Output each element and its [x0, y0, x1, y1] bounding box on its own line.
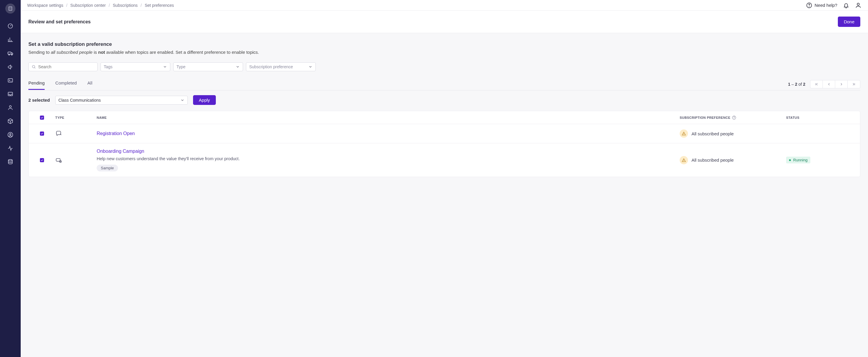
sidebar-item-content[interactable] [5, 118, 16, 125]
page-start: 1 [788, 82, 790, 87]
page-prev-button[interactable] [823, 80, 835, 88]
chevron-right-icon [839, 82, 843, 86]
row-type-icon-cell [55, 157, 97, 163]
sidebar-item-data[interactable] [5, 158, 16, 165]
search-icon [32, 64, 36, 69]
apply-button[interactable]: Apply [193, 95, 216, 105]
banner-text: Sending to all subscribed people is not … [28, 50, 860, 55]
row-checkbox[interactable] [40, 131, 44, 136]
table-header: TYPE NAME SUBSCRIPTION PREFERENCE STATUS [29, 111, 860, 124]
svg-point-19 [684, 161, 684, 161]
database-icon [7, 159, 13, 165]
banner-text-strong: not [98, 50, 105, 55]
svg-point-9 [8, 160, 12, 161]
tags-filter[interactable]: Tags [100, 62, 170, 71]
row-checkbox[interactable] [40, 158, 44, 162]
subscription-preference-filter-label: Subscription preference [249, 64, 293, 69]
need-help-link[interactable]: Need help? [806, 2, 837, 8]
sidebar-item-people[interactable] [5, 104, 16, 111]
org-avatar[interactable] [5, 4, 16, 13]
svg-point-6 [9, 105, 11, 107]
row-type-icon-cell [55, 130, 97, 137]
sidebar-item-transactional[interactable] [5, 77, 16, 84]
svg-point-13 [32, 65, 35, 68]
svg-point-11 [809, 6, 809, 6]
tab-completed[interactable]: Completed [55, 80, 77, 90]
breadcrumb-link[interactable]: Subscriptions [113, 3, 138, 8]
warning-badge [680, 156, 688, 164]
row-preference-text: All subscribed people [691, 131, 734, 136]
select-all-header [29, 116, 55, 120]
type-header: TYPE [55, 116, 97, 120]
truck-icon [7, 50, 13, 56]
help-circle-icon[interactable] [732, 116, 736, 120]
sidebar-item-deliveries[interactable] [5, 91, 16, 98]
svg-point-4 [11, 54, 12, 55]
search-input-wrapper[interactable] [28, 62, 98, 71]
warning-badge [680, 129, 688, 138]
page-first-button[interactable] [810, 80, 823, 88]
need-help-label: Need help? [814, 3, 837, 8]
svg-point-16 [684, 134, 684, 135]
notifications-button[interactable] [843, 2, 849, 8]
sidebar-item-analytics[interactable] [5, 36, 16, 43]
tabs: Pending Completed All [28, 80, 92, 90]
content: Set a valid subscription preference Send… [21, 33, 868, 185]
pref-header-label: SUBSCRIPTION PREFERENCE [680, 116, 730, 120]
cube-icon [7, 118, 13, 124]
done-button[interactable]: Done [838, 17, 860, 27]
pagination: 1 – 2 of 2 [788, 80, 860, 90]
terminal-icon [7, 77, 13, 83]
account-button[interactable] [855, 2, 862, 8]
table-row: Onboarding Campaign Help new customers u… [29, 143, 860, 177]
select-all-checkbox[interactable] [40, 116, 44, 120]
chevrons-last-icon [852, 82, 856, 86]
campaign-name-link[interactable]: Onboarding Campaign [97, 149, 144, 154]
row-preference: All subscribed people [680, 156, 786, 164]
person-icon [7, 105, 13, 110]
tab-all[interactable]: All [88, 80, 93, 90]
page-next-button[interactable] [835, 80, 847, 88]
subscription-preference-filter[interactable]: Subscription preference [246, 62, 316, 71]
svg-point-12 [857, 3, 859, 5]
page-total: 2 [803, 82, 805, 87]
tab-pending[interactable]: Pending [28, 80, 44, 90]
row-preference: All subscribed people [680, 129, 786, 138]
page-info: 1 – 2 of 2 [788, 82, 805, 87]
table-row: Registration Open All subscribed people [29, 124, 860, 143]
banner: Set a valid subscription preference Send… [28, 41, 860, 55]
chevron-left-icon [827, 82, 831, 86]
campaign-name-link[interactable]: Registration Open [97, 131, 135, 136]
inbox-icon [7, 91, 13, 97]
warning-icon [682, 131, 686, 136]
pref-header: SUBSCRIPTION PREFERENCE [680, 116, 786, 120]
row-status: Running [786, 157, 860, 163]
breadcrumb-link[interactable]: Workspace settings [27, 3, 63, 8]
sidebar-item-journeys[interactable] [5, 50, 16, 57]
bulk-action-row: 2 selected Class Communications Apply [28, 95, 860, 105]
search-input[interactable] [38, 64, 94, 69]
sidebar-item-segments[interactable] [5, 131, 16, 138]
bulk-preference-select[interactable]: Class Communications [55, 96, 188, 105]
warning-icon [682, 158, 686, 162]
banner-text-suffix: available when topics are enabled. Set a… [105, 50, 259, 55]
topbar-right: Need help? [806, 2, 862, 8]
type-filter[interactable]: Type [173, 62, 243, 71]
breadcrumb-link[interactable]: Subscription center [70, 3, 106, 8]
sidebar-item-broadcasts[interactable] [5, 63, 16, 70]
tags-filter-label: Tags [104, 64, 113, 69]
row-preference-text: All subscribed people [691, 158, 734, 163]
app-sidebar [0, 0, 21, 357]
sidebar-item-dashboard[interactable] [5, 23, 16, 30]
sidebar-item-activity[interactable] [5, 145, 16, 152]
breadcrumb: Workspace settings / Subscription center… [27, 3, 174, 8]
chevron-down-icon [180, 98, 184, 102]
pager-buttons [810, 80, 860, 88]
svg-rect-0 [9, 7, 12, 10]
page-last-button[interactable] [847, 80, 860, 88]
breadcrumb-sep: / [66, 3, 67, 8]
check-icon [40, 159, 43, 162]
filter-row: Tags Type Subscription preference [28, 62, 860, 71]
status-header: STATUS [786, 116, 860, 120]
svg-point-3 [8, 54, 9, 55]
